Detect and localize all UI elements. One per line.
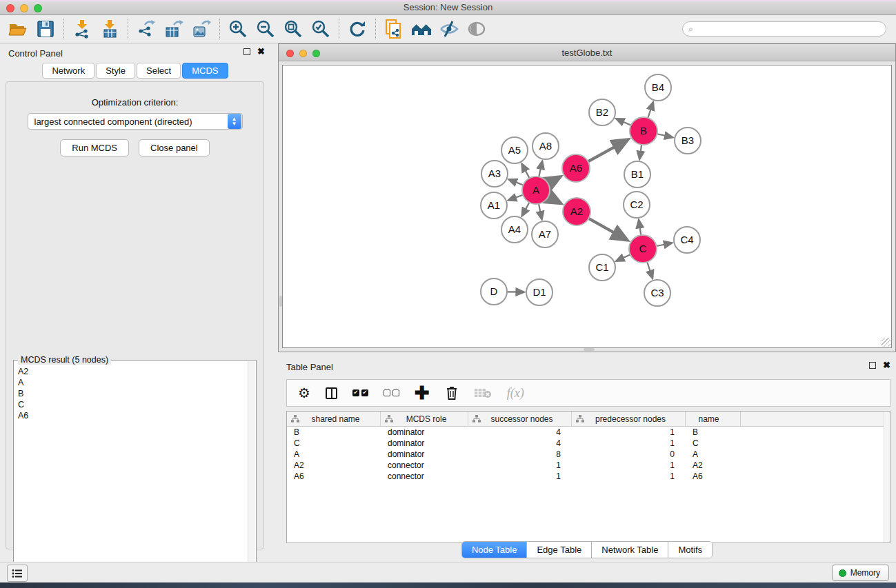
node-A5[interactable]: A5	[501, 137, 528, 163]
select-all-columns-button[interactable]: ✔✔	[352, 383, 368, 403]
table-row[interactable]: Adominator80A	[287, 449, 890, 460]
zoom-fit-button[interactable]	[279, 17, 307, 41]
export-image-button[interactable]	[188, 17, 215, 41]
delete-column-button[interactable]	[445, 383, 459, 403]
column-header-predecessor-nodes[interactable]: predecessor nodes	[572, 412, 686, 426]
tab-network-table[interactable]: Network Table	[592, 542, 668, 558]
edge-A6-B[interactable]	[588, 140, 628, 161]
result-item[interactable]: A2	[17, 366, 246, 377]
save-session-button[interactable]	[32, 17, 59, 41]
new-network-from-selection-button[interactable]	[380, 17, 408, 41]
delete-table-button[interactable]	[474, 383, 492, 403]
search-input[interactable]	[696, 24, 880, 34]
refresh-button[interactable]	[344, 17, 371, 41]
node-A6[interactable]: A6	[562, 154, 590, 182]
float-table-panel-icon[interactable]	[869, 362, 876, 369]
tab-mcds[interactable]: MCDS	[182, 63, 228, 79]
node-C[interactable]: C	[629, 235, 657, 263]
edge-B-B4[interactable]	[648, 102, 653, 118]
tab-motifs[interactable]: Motifs	[668, 542, 712, 558]
minimize-window-button[interactable]	[20, 4, 28, 12]
edge-C-C1[interactable]	[616, 254, 630, 261]
resize-grip-icon[interactable]	[882, 338, 890, 347]
node-B1[interactable]: B1	[624, 161, 650, 187]
edge-C-C3[interactable]	[647, 262, 653, 278]
edge-A-A5[interactable]	[522, 164, 530, 179]
result-item[interactable]: B	[17, 388, 246, 399]
zoom-in-button[interactable]	[224, 17, 252, 41]
table-settings-button[interactable]: ⚙	[298, 383, 310, 403]
result-item[interactable]: A6	[17, 410, 246, 421]
zoom-window-button[interactable]	[34, 4, 42, 12]
result-scrollbar[interactable]	[248, 361, 255, 587]
node-C2[interactable]: C2	[624, 192, 650, 218]
run-mcds-button[interactable]: Run MCDS	[60, 139, 129, 156]
edge-B-B2[interactable]	[617, 119, 631, 125]
tab-network[interactable]: Network	[42, 63, 94, 79]
node-D[interactable]: D	[481, 278, 507, 305]
function-builder-button[interactable]: f(x)	[507, 383, 524, 403]
edge-A-A1[interactable]	[508, 195, 523, 201]
table-row[interactable]: A6connector11A6	[287, 471, 890, 482]
memory-button[interactable]: Memory	[832, 565, 889, 581]
close-window-button[interactable]	[6, 4, 14, 12]
node-B[interactable]: B	[630, 117, 657, 145]
task-history-button[interactable]	[7, 565, 28, 582]
node-A3[interactable]: A3	[481, 161, 508, 187]
unselect-all-columns-button[interactable]	[384, 383, 399, 403]
zoom-network-window-button[interactable]	[312, 50, 320, 57]
edge-A-A8[interactable]	[539, 161, 542, 176]
node-B2[interactable]: B2	[589, 99, 615, 125]
create-column-button[interactable]: ✚	[415, 383, 430, 403]
edge-C-C4[interactable]	[657, 243, 672, 246]
column-header-name[interactable]: name	[686, 412, 741, 426]
tab-select[interactable]: Select	[137, 63, 181, 79]
zoom-out-button[interactable]	[252, 17, 279, 41]
minimize-network-window-button[interactable]	[299, 50, 307, 57]
network-canvas[interactable]: B4B2BB3A5A8A6A3AB1A1C2A2A4A7C4CC1C3DD1	[282, 65, 892, 348]
node-D1[interactable]: D1	[526, 279, 552, 305]
first-neighbors-button[interactable]	[408, 17, 435, 41]
close-table-panel-icon[interactable]: ✖	[883, 362, 890, 369]
result-item[interactable]: A	[17, 377, 246, 388]
edge-A-A4[interactable]	[522, 203, 530, 216]
edge-C-C2[interactable]	[639, 220, 641, 235]
hide-selected-button[interactable]	[435, 17, 463, 41]
tab-edge-table[interactable]: Edge Table	[527, 542, 592, 558]
node-C3[interactable]: C3	[644, 280, 670, 306]
close-panel-icon[interactable]: ✖	[257, 48, 265, 55]
node-B4[interactable]: B4	[645, 74, 671, 101]
search-field[interactable]: ⌕	[682, 21, 886, 37]
node-A4[interactable]: A4	[501, 216, 528, 243]
table-row[interactable]: Bdominator41B	[287, 427, 890, 438]
edge-A-A2[interactable]	[548, 196, 561, 203]
node-A7[interactable]: A7	[532, 221, 558, 247]
node-A[interactable]: A	[522, 176, 550, 204]
node-A8[interactable]: A8	[532, 133, 559, 159]
show-column-panel-button[interactable]	[326, 383, 337, 403]
edge-A-A7[interactable]	[539, 204, 542, 219]
table-row[interactable]: A2connector11A2	[287, 460, 890, 471]
import-network-button[interactable]	[68, 17, 96, 41]
network-window-titlebar[interactable]: testGlobe.txt	[279, 44, 895, 61]
column-header-shared-name[interactable]: shared name	[287, 412, 381, 426]
node-C1[interactable]: C1	[589, 254, 615, 281]
show-all-button[interactable]	[463, 17, 490, 41]
edge-A2-C[interactable]	[588, 219, 626, 240]
import-table-button[interactable]	[96, 17, 123, 41]
table-row[interactable]: Cdominator41C	[287, 438, 890, 449]
close-network-window-button[interactable]	[286, 50, 294, 57]
edge-A-A3[interactable]	[509, 179, 524, 185]
edge-B-B3[interactable]	[657, 134, 673, 137]
tab-node-table[interactable]: Node Table	[462, 542, 528, 558]
mcds-result-list[interactable]: A2ABCA6	[17, 366, 246, 585]
criterion-dropdown[interactable]: largest connected component (directed) ▲…	[28, 113, 243, 130]
result-item[interactable]: C	[17, 399, 246, 410]
close-panel-button[interactable]: Close panel	[139, 139, 210, 156]
tab-style[interactable]: Style	[96, 63, 135, 79]
edge-B-B1[interactable]	[639, 145, 641, 159]
export-network-button[interactable]	[132, 17, 160, 41]
export-table-button[interactable]	[160, 17, 188, 41]
node-A2[interactable]: A2	[563, 198, 590, 225]
column-header-MCDS-role[interactable]: MCDS role	[381, 412, 468, 426]
